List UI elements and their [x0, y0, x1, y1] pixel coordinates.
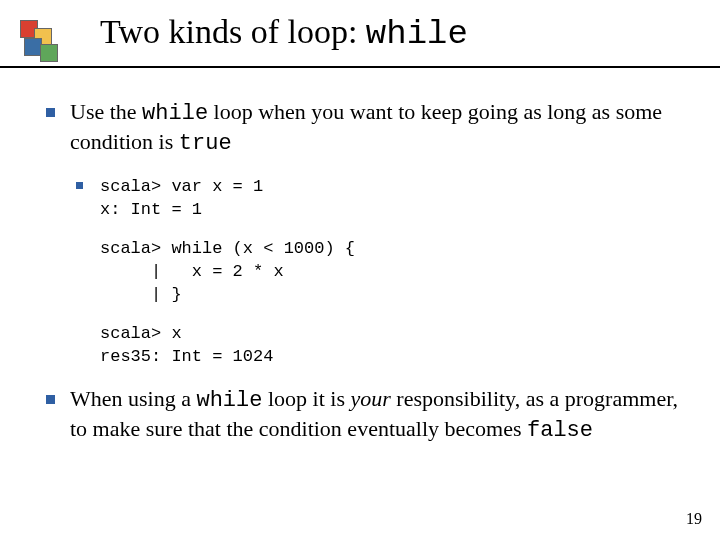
bullet-2: When using a while loop it is your respo… [40, 385, 680, 445]
bullet-1-code-b: true [179, 131, 232, 156]
logo-icon [20, 20, 68, 68]
code-block-3: scala> x res35: Int = 1024 [70, 323, 680, 369]
code-block-2: scala> while (x < 1000) { | x = 2 * x | … [70, 238, 680, 307]
bullet-2-code-a: while [196, 388, 262, 413]
bullet-1-code-a: while [142, 101, 208, 126]
bullet-2-text-b: loop it is [262, 386, 350, 411]
slide: Two kinds of loop: while Use the while l… [0, 0, 720, 540]
title-code: while [366, 15, 468, 53]
bullet-1: Use the while loop when you want to keep… [40, 98, 680, 158]
bullet-2-text-a: When using a [70, 386, 196, 411]
slide-title: Two kinds of loop: while [100, 13, 468, 53]
slide-header: Two kinds of loop: while [0, 0, 720, 68]
bullet-1-text-a: Use the [70, 99, 142, 124]
code-block-1: scala> var x = 1 x: Int = 1 [70, 176, 680, 222]
title-text: Two kinds of loop: [100, 13, 366, 50]
bullet-2-code-b: false [527, 418, 593, 443]
page-number: 19 [686, 510, 702, 528]
bullet-2-emph: your [351, 386, 391, 411]
slide-body: Use the while loop when you want to keep… [0, 68, 720, 445]
